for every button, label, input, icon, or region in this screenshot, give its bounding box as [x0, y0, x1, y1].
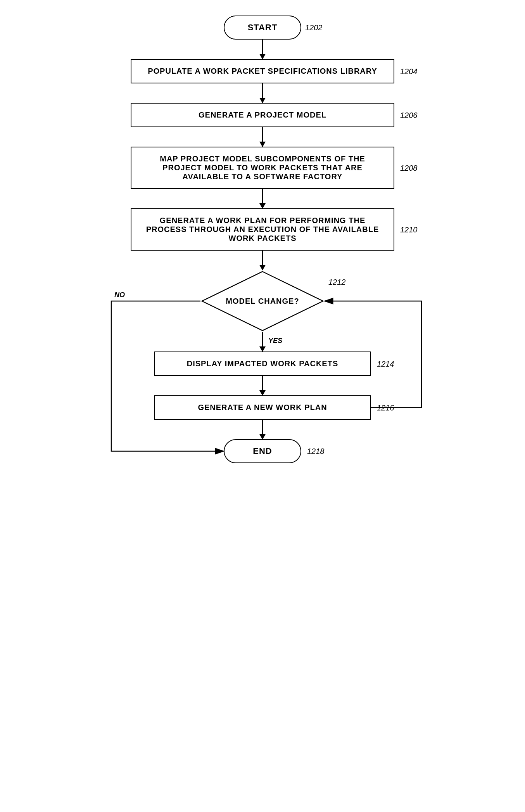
loop-section: 1212 MODEL CHANGE? YES DISPLAY IMPACTED …	[88, 270, 437, 463]
step4-node: GENERATE A WORK PLAN FOR PERFORMING THE …	[131, 208, 394, 251]
arrow-4	[262, 189, 263, 208]
arrow-3	[262, 127, 263, 147]
decision-label: MODEL CHANGE?	[226, 297, 299, 306]
arrow-7	[262, 420, 263, 439]
arrow-1	[262, 40, 263, 59]
start-node: START	[224, 16, 302, 40]
ref-1204: 1204	[400, 67, 418, 76]
step1-node: POPULATE A WORK PACKET SPECIFICATIONS LI…	[131, 59, 394, 83]
flowchart: START 1202 POPULATE A WORK PACKET SPECIF…	[88, 16, 437, 463]
ref-1210: 1210	[400, 225, 418, 234]
ref-1216: 1216	[377, 403, 394, 412]
ref-1208: 1208	[400, 163, 418, 172]
arrow-5	[262, 251, 263, 270]
ref-1206: 1206	[400, 111, 418, 119]
step2-node: GENERATE A PROJECT MODEL	[131, 103, 394, 127]
decision-node: MODEL CHANGE?	[200, 270, 325, 332]
ref-1212: 1212	[328, 278, 346, 287]
step6-node: GENERATE A NEW WORK PLAN	[154, 395, 371, 420]
step3-node: MAP PROJECT MODEL SUBCOMPONENTS OF THE P…	[131, 147, 394, 189]
ref-1202: 1202	[305, 23, 323, 32]
ref-1218: 1218	[307, 447, 325, 456]
step5-node: DISPLAY IMPACTED WORK PACKETS	[154, 351, 371, 376]
end-node: END	[224, 439, 301, 463]
arrow-2	[262, 83, 263, 103]
ref-1214: 1214	[377, 359, 394, 368]
yes-label: YES	[268, 337, 282, 345]
arrow-yes-down	[262, 332, 263, 351]
arrow-6	[262, 376, 263, 395]
